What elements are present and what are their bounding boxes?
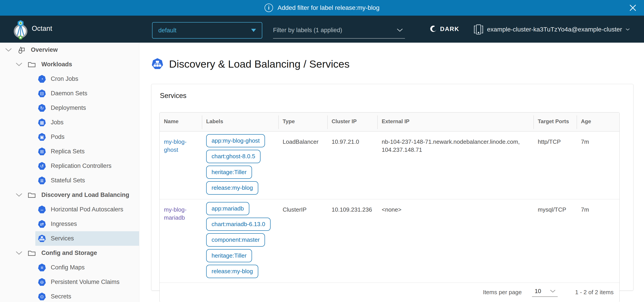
- chevron-down-icon[interactable]: [5, 48, 12, 52]
- sidebar-item-label: Deployments: [51, 105, 86, 111]
- sidebar-item-persistent-volume-claims[interactable]: ⊖ Persistent Volume Claims: [0, 275, 139, 289]
- label-chip[interactable]: heritage:Tiller: [206, 249, 252, 262]
- table-footer: Items per page 10 1 - 2 of 2 items: [160, 283, 620, 302]
- close-icon[interactable]: [629, 4, 637, 12]
- column-header-age[interactable]: Age: [577, 113, 620, 131]
- sidebar-item-config-and-storage[interactable]: Config and Storage: [0, 246, 139, 260]
- notification-message: Added filter for label release:my-blog: [278, 4, 380, 11]
- sidebar-item-overview[interactable]: Overview: [0, 43, 139, 57]
- column-header-type[interactable]: Type: [278, 113, 327, 131]
- sidebar-item-horizontal-pod-autoscalers[interactable]: ⇔ Horizontal Pod Autoscalers: [0, 202, 139, 217]
- cell-target-ports: mysql/TCP: [534, 199, 577, 283]
- ingress-icon: ⇄: [38, 220, 46, 228]
- octant-logo-icon: [13, 19, 28, 40]
- theme-toggle-label: DARK: [440, 26, 459, 33]
- sidebar-item-replica-sets[interactable]: ⊞ Replica Sets: [0, 144, 139, 159]
- cell-target-ports: http/TCP: [534, 132, 577, 199]
- label-filter-text: Filter by labels (1 applied): [273, 27, 342, 34]
- sidebar-item-jobs[interactable]: ▦ Jobs: [0, 115, 139, 130]
- sidebar-item-cron-jobs[interactable]: ◔ Cron Jobs: [0, 72, 139, 86]
- sidebar-item-label: Config and Storage: [41, 250, 97, 257]
- column-header-target-ports[interactable]: Target Ports: [534, 113, 577, 131]
- service-icon: [152, 58, 163, 70]
- chevron-down-icon[interactable]: [16, 251, 22, 255]
- sidebar-item-label: Pods: [51, 134, 64, 141]
- sidebar-item-label: Workloads: [41, 61, 72, 68]
- label-chip[interactable]: chart:ghost-8.0.5: [206, 150, 260, 163]
- card-title: Services: [160, 92, 625, 100]
- service-link[interactable]: my-blog-mariadb: [164, 206, 186, 221]
- chevron-down-icon[interactable]: [16, 63, 22, 66]
- statefulset-icon: ≣: [38, 176, 46, 185]
- main-content: Discovery & Load Balancing / Services Se…: [140, 43, 644, 302]
- service-link[interactable]: my-blog-ghost: [164, 138, 186, 153]
- deployment-icon: ↻: [38, 104, 46, 112]
- table-body: my-blog-ghost app:my-blog-ghost chart:gh…: [160, 132, 620, 283]
- label-chip[interactable]: release:my-blog: [206, 181, 258, 194]
- theme-toggle[interactable]: DARK: [430, 25, 459, 33]
- cell-external-ip: <none>: [378, 199, 534, 283]
- items-per-page-label: Items per page: [483, 289, 522, 296]
- sidebar-item-secrets[interactable]: ⊙ Secrets: [0, 289, 139, 302]
- folder-icon: [28, 192, 36, 198]
- sidebar-item-label: Config Maps: [51, 264, 85, 271]
- cluster-name: example-cluster-ka3TuTzYo4a@example-clus…: [487, 26, 622, 33]
- sidebar-item-ingresses[interactable]: ⇄ Ingresses: [0, 217, 139, 231]
- hpa-icon: ⇔: [38, 206, 46, 214]
- column-header-cluster-ip[interactable]: Cluster IP: [327, 113, 378, 131]
- sidebar-item-label: Daemon Sets: [51, 90, 88, 97]
- daemonset-icon: ⊟: [38, 90, 46, 98]
- notification-bar: i Added filter for label release:my-blog: [0, 0, 644, 16]
- cell-type: LoadBalancer: [278, 132, 327, 199]
- label-chip[interactable]: heritage:Tiller: [206, 166, 252, 179]
- label-chip[interactable]: release:my-blog: [206, 265, 258, 278]
- pvc-icon: ⊖: [38, 278, 46, 286]
- label-chip[interactable]: chart:mariadb-6.13.0: [206, 218, 270, 231]
- chevron-down-icon: [550, 290, 556, 293]
- sidebar-item-label: Discovery and Load Balancing: [41, 191, 129, 198]
- sidebar-item-config-maps[interactable]: ≡ Config Maps: [0, 260, 139, 275]
- app-title: Octant: [32, 24, 52, 33]
- service-icon: [38, 235, 46, 243]
- table-header-row: Name Labels Type Cluster IP External IP …: [160, 113, 620, 132]
- sidebar-item-replication-controllers[interactable]: ↺ Replication Controllers: [0, 159, 139, 173]
- label-chip[interactable]: app:mariadb: [206, 202, 249, 215]
- sidebar-nav: Overview Workloads ◔ Cron Jobs ⊟ Daemon …: [0, 43, 139, 302]
- page-title-row: Discovery & Load Balancing / Services: [140, 43, 644, 70]
- sidebar-item-stateful-sets[interactable]: ≣ Stateful Sets: [0, 173, 139, 188]
- items-per-page-select[interactable]: 10: [532, 288, 558, 297]
- table-row: my-blog-mariadb app:mariadb chart:mariad…: [160, 199, 620, 283]
- sidebar-item-label: Replication Controllers: [51, 162, 112, 169]
- label-chip[interactable]: component:master: [206, 233, 265, 246]
- column-header-external-ip[interactable]: External IP: [378, 113, 534, 131]
- replicationcontroller-icon: ↺: [38, 162, 46, 170]
- namespace-dropdown[interactable]: default: [152, 22, 262, 39]
- sidebar-item-label: Secrets: [51, 293, 71, 300]
- items-per-page-value: 10: [535, 288, 541, 295]
- sidebar-item-label: Overview: [31, 46, 58, 53]
- sidebar-item-label: Ingresses: [51, 221, 77, 227]
- sidebar-item-deployments[interactable]: ↻ Deployments: [0, 101, 139, 115]
- sidebar-item-workloads[interactable]: Workloads: [0, 57, 139, 72]
- configmap-icon: ≡: [38, 264, 46, 272]
- sidebar-item-label: Cron Jobs: [51, 75, 78, 82]
- folder-icon: [28, 250, 36, 256]
- cell-external-ip: nb-104-237-148-71.newark.nodebalancer.li…: [378, 132, 534, 199]
- sidebar-item-discovery-and-load-balancing[interactable]: Discovery and Load Balancing: [0, 188, 139, 202]
- column-header-labels[interactable]: Labels: [202, 113, 278, 131]
- sidebar-item-label: Services: [51, 235, 74, 242]
- column-header-name[interactable]: Name: [160, 113, 202, 131]
- sidebar-item-label: Persistent Volume Claims: [51, 279, 120, 286]
- chevron-down-icon[interactable]: [16, 193, 22, 197]
- cell-cluster-ip: 10.97.21.0: [327, 132, 378, 199]
- cell-labels: app:my-blog-ghost chart:ghost-8.0.5 heri…: [202, 132, 278, 199]
- cluster-selector[interactable]: example-cluster-ka3TuTzYo4a@example-clus…: [474, 24, 630, 35]
- sidebar-item-pods[interactable]: ▣ Pods: [0, 130, 139, 144]
- label-chip[interactable]: app:my-blog-ghost: [206, 134, 265, 147]
- sidebar-item-services[interactable]: Services: [0, 231, 139, 246]
- sidebar-item-label: Jobs: [51, 119, 64, 126]
- objects-icon: [18, 46, 26, 54]
- sidebar-item-label: Replica Sets: [51, 148, 85, 155]
- label-filter-dropdown[interactable]: Filter by labels (1 applied): [273, 22, 405, 39]
- sidebar-item-daemon-sets[interactable]: ⊟ Daemon Sets: [0, 86, 139, 101]
